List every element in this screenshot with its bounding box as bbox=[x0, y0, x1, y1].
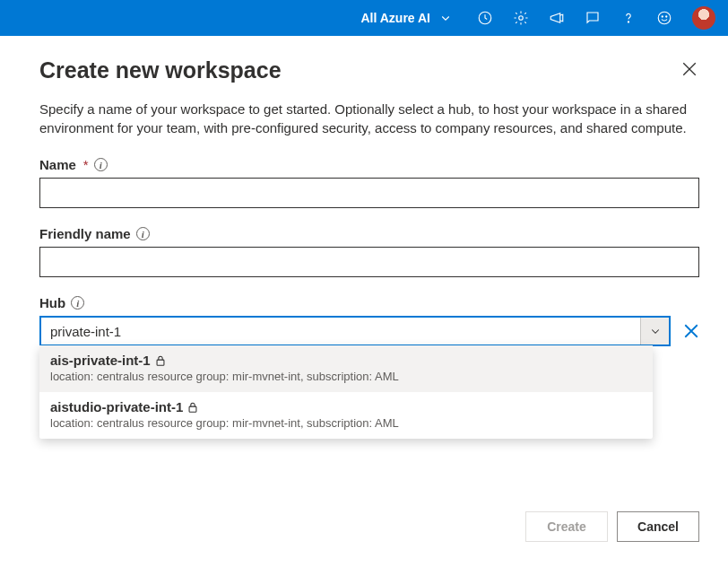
lock-icon bbox=[154, 354, 167, 367]
scope-label: All Azure AI bbox=[360, 11, 430, 25]
create-button: Create bbox=[525, 511, 608, 542]
svg-rect-6 bbox=[157, 360, 164, 365]
clock-icon[interactable] bbox=[477, 10, 493, 26]
hub-option[interactable]: ais-private-int-1 location: centralus re… bbox=[39, 345, 653, 392]
panel-description: Specify a name of your workspace to get … bbox=[39, 100, 699, 137]
close-button[interactable] bbox=[681, 61, 699, 79]
clear-hub-button[interactable] bbox=[683, 323, 699, 339]
hub-input[interactable] bbox=[41, 318, 640, 345]
gear-icon[interactable] bbox=[513, 10, 529, 26]
friendly-name-input[interactable] bbox=[39, 247, 699, 277]
name-label: Name * i bbox=[39, 157, 699, 172]
panel-footer: Create Cancel bbox=[525, 511, 699, 542]
svg-point-5 bbox=[666, 16, 667, 17]
feedback-smile-icon[interactable] bbox=[656, 10, 672, 26]
hub-option-title: ais-private-int-1 bbox=[50, 353, 151, 368]
info-icon[interactable]: i bbox=[94, 158, 108, 171]
hub-dropdown-toggle[interactable] bbox=[640, 318, 669, 345]
friendly-name-label: Friendly name i bbox=[39, 226, 699, 241]
help-icon[interactable] bbox=[620, 10, 637, 26]
lock-icon bbox=[186, 401, 199, 414]
hub-label: Hub i bbox=[39, 295, 699, 310]
create-workspace-panel: Create new workspace Specify a name of y… bbox=[16, 36, 723, 567]
scope-selector[interactable]: All Azure AI bbox=[360, 10, 454, 26]
svg-point-2 bbox=[628, 22, 628, 22]
hub-option-subtitle: location: centralus resource group: mir-… bbox=[50, 416, 642, 430]
hub-combobox[interactable] bbox=[39, 316, 671, 346]
svg-point-3 bbox=[658, 12, 671, 24]
cancel-button[interactable]: Cancel bbox=[617, 511, 699, 542]
svg-rect-7 bbox=[189, 406, 196, 412]
info-icon[interactable]: i bbox=[136, 227, 150, 240]
chat-icon[interactable] bbox=[585, 10, 601, 26]
info-icon[interactable]: i bbox=[71, 296, 84, 310]
megaphone-icon[interactable] bbox=[549, 10, 565, 26]
hub-option-subtitle: location: centralus resource group: mir-… bbox=[50, 370, 642, 383]
panel-title: Create new workspace bbox=[39, 57, 282, 83]
top-nav-bar: All Azure AI bbox=[0, 0, 728, 36]
chevron-down-icon bbox=[438, 10, 454, 26]
name-input[interactable] bbox=[39, 178, 699, 208]
svg-point-1 bbox=[519, 16, 524, 21]
required-indicator: * bbox=[83, 157, 89, 172]
hub-dropdown-list: ais-private-int-1 location: centralus re… bbox=[39, 345, 653, 439]
hub-option[interactable]: aistudio-private-int-1 location: central… bbox=[39, 392, 653, 439]
svg-point-4 bbox=[662, 16, 663, 17]
hub-option-title: aistudio-private-int-1 bbox=[50, 399, 183, 414]
user-avatar[interactable] bbox=[692, 6, 715, 30]
